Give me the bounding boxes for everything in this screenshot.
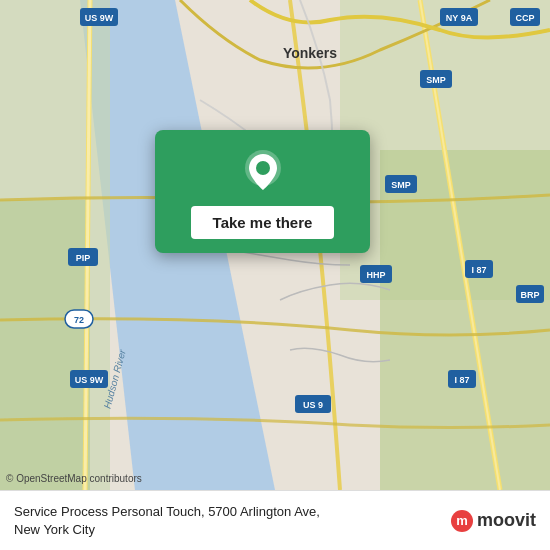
svg-text:72: 72	[74, 315, 84, 325]
location-card: Take me there	[155, 130, 370, 253]
svg-text:US 9W: US 9W	[85, 13, 114, 23]
svg-text:PIP: PIP	[76, 253, 91, 263]
map-container: US 9W US 9W PIP 72 US 9 I 87 I 87 SMP SM…	[0, 0, 550, 490]
svg-text:CCP: CCP	[515, 13, 534, 23]
moovit-m-icon: m	[451, 510, 473, 532]
svg-text:SMP: SMP	[426, 75, 446, 85]
svg-text:NY 9A: NY 9A	[446, 13, 473, 23]
moovit-wordmark: moovit	[477, 510, 536, 531]
svg-text:I 87: I 87	[454, 375, 469, 385]
address-line2: New York City	[14, 522, 95, 537]
svg-text:BRP: BRP	[520, 290, 539, 300]
svg-text:I 87: I 87	[471, 265, 486, 275]
location-pin-icon	[239, 148, 287, 196]
svg-text:SMP: SMP	[391, 180, 411, 190]
svg-rect-3	[0, 200, 90, 490]
bottom-bar: Service Process Personal Touch, 5700 Arl…	[0, 490, 550, 550]
svg-text:HHP: HHP	[366, 270, 385, 280]
moovit-logo: m moovit	[451, 510, 536, 532]
address-text: Service Process Personal Touch, 5700 Arl…	[14, 503, 441, 538]
map-attribution: © OpenStreetMap contributors	[6, 473, 142, 484]
svg-text:Yonkers: Yonkers	[283, 45, 337, 61]
svg-point-39	[256, 161, 270, 175]
svg-text:US 9W: US 9W	[75, 375, 104, 385]
take-me-there-button[interactable]: Take me there	[191, 206, 335, 239]
svg-text:US 9: US 9	[303, 400, 323, 410]
address-line1: Service Process Personal Touch, 5700 Arl…	[14, 504, 320, 519]
